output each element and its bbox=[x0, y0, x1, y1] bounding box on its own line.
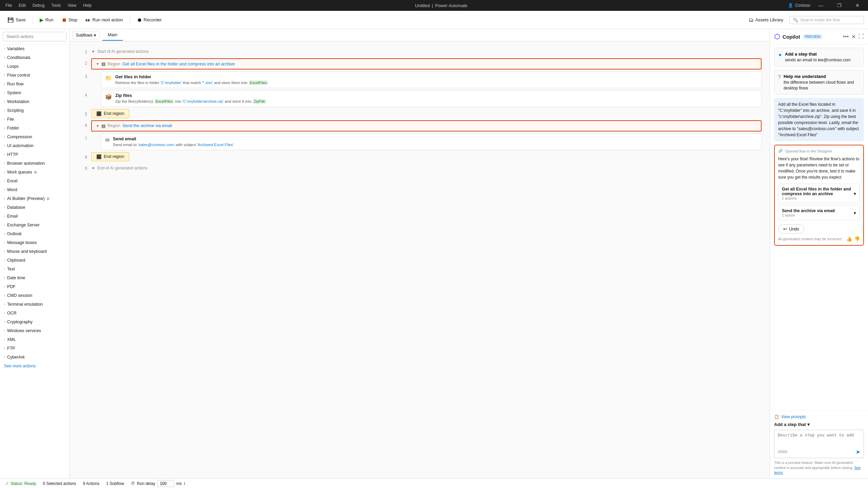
menu-debug[interactable]: Debug bbox=[30, 2, 47, 8]
sidebar-item-text[interactable]: › Text bbox=[0, 265, 69, 273]
thumbs-down-button[interactable]: 👎 bbox=[854, 236, 860, 242]
send-button[interactable]: ➤ bbox=[856, 449, 860, 455]
account-info[interactable]: 👤 Contoso bbox=[788, 3, 810, 8]
sidebar-item-variables[interactable]: › Variables bbox=[0, 44, 69, 53]
sidebar-item-run-flow[interactable]: › Run flow bbox=[0, 80, 69, 88]
sidebar-item-xml[interactable]: › XML bbox=[0, 335, 69, 344]
sidebar-item-flow-control[interactable]: › Flow control bbox=[0, 71, 69, 80]
menu-edit[interactable]: Edit bbox=[16, 2, 28, 8]
sidebar-item-browser-automation[interactable]: › Browser automation bbox=[0, 159, 69, 168]
action-zip-files[interactable]: 📦 Zip files Zip the file(s)/folder(s) Ex… bbox=[101, 90, 762, 107]
copilot-region-item-1[interactable]: Get all Excel files in the folder and co… bbox=[778, 184, 860, 203]
sidebar-item-ftp[interactable]: › FTP bbox=[0, 344, 69, 353]
copilot-region-item-2[interactable]: Send the archive via email 1 action ▾ bbox=[778, 205, 860, 220]
sidebar-item-file[interactable]: › File bbox=[0, 115, 69, 124]
sidebar-item-database[interactable]: › Database bbox=[0, 203, 69, 212]
undo-button[interactable]: ↩ Undo bbox=[778, 224, 804, 233]
expand-icon[interactable]: ⛶ bbox=[859, 34, 864, 40]
run-delay-input[interactable] bbox=[157, 480, 174, 487]
suggestion-add-step[interactable]: ✦ Add a step that sends an email to lee@… bbox=[774, 48, 864, 67]
close-copilot-icon[interactable]: ✕ bbox=[851, 34, 856, 40]
sidebar-item-cryptography[interactable]: › Cryptography bbox=[0, 318, 69, 326]
collapse-icon-2[interactable]: ▼ bbox=[96, 124, 99, 128]
account-name: Contoso bbox=[795, 3, 810, 8]
status-text: Status: Ready bbox=[11, 481, 36, 486]
view-prompts-button[interactable]: 📋 View prompts bbox=[774, 414, 864, 419]
sidebar-item-windows-services[interactable]: › Windows services bbox=[0, 326, 69, 335]
close-button[interactable]: ✕ bbox=[850, 0, 865, 11]
disclaimer-text: This is a preview feature. Make sure AI-… bbox=[774, 460, 864, 475]
sidebar-item-http[interactable]: › HTTP bbox=[0, 150, 69, 159]
menu-view[interactable]: View bbox=[65, 2, 79, 8]
sidebar-item-cmd[interactable]: › CMD session bbox=[0, 291, 69, 300]
suggestion-help-understand[interactable]: ? Help me understand the difference betw… bbox=[774, 70, 864, 95]
sidebar-item-scripting[interactable]: › Scripting bbox=[0, 106, 69, 115]
sidebar-item-pdf[interactable]: › PDF bbox=[0, 282, 69, 291]
sidebar-item-mouse-keyboard[interactable]: › Mouse and keyboard bbox=[0, 247, 69, 256]
arrow-icon: › bbox=[4, 206, 5, 209]
sidebar-item-exchange[interactable]: › Exchange Server bbox=[0, 221, 69, 229]
sidebar-label: Email bbox=[7, 214, 18, 219]
assets-library-button[interactable]: 🗂 Assets Library bbox=[745, 15, 787, 24]
sidebar-item-conditionals[interactable]: › Conditionals bbox=[0, 53, 69, 62]
sidebar-item-excel[interactable]: › Excel bbox=[0, 177, 69, 185]
subflows-button[interactable]: Subflows ▾ bbox=[72, 31, 100, 39]
arrow-icon: › bbox=[4, 338, 5, 341]
search-inside-flow[interactable]: 🔍 Search inside the flow bbox=[789, 16, 864, 24]
sidebar-item-compression[interactable]: › Compression bbox=[0, 133, 69, 141]
main-tab[interactable]: Main bbox=[102, 29, 123, 41]
sidebar-item-datetime[interactable]: › Date time bbox=[0, 273, 69, 282]
save-button[interactable]: 💾 Save bbox=[4, 15, 29, 25]
action-send-email[interactable]: ✉ Send email Send email to 'sales@contos… bbox=[101, 134, 762, 150]
end-region-button-1[interactable]: ⬛ End region bbox=[91, 109, 129, 118]
sidebar-label: XML bbox=[7, 337, 16, 342]
run-next-action-button[interactable]: ⏭ Run next action bbox=[82, 15, 126, 24]
menu-help[interactable]: Help bbox=[80, 2, 94, 8]
sidebar-item-email[interactable]: › Email bbox=[0, 212, 69, 221]
recorder-button[interactable]: ⏺ Recorder bbox=[134, 15, 165, 24]
see-more-actions[interactable]: See more actions bbox=[0, 362, 69, 370]
copilot-input[interactable] bbox=[778, 433, 860, 446]
arrow-icon: › bbox=[4, 294, 5, 297]
arrow-icon: › bbox=[4, 347, 5, 350]
minimize-button[interactable]: — bbox=[813, 0, 829, 11]
region-1-header[interactable]: ▼ ▤ Region Get all Excel files in the fo… bbox=[91, 58, 762, 69]
arrow-icon: › bbox=[4, 232, 5, 236]
menu-tools[interactable]: Tools bbox=[48, 2, 63, 8]
run-button[interactable]: ▶ Run bbox=[36, 15, 57, 25]
maximize-button[interactable]: ❐ bbox=[831, 0, 847, 11]
sidebar-item-work-queues[interactable]: › Work queues ⚙ bbox=[0, 168, 69, 177]
sidebar-item-word[interactable]: › Word bbox=[0, 185, 69, 194]
sidebar-item-outlook[interactable]: › Outlook bbox=[0, 229, 69, 238]
sidebar-item-clipboard[interactable]: › Clipboard bbox=[0, 256, 69, 265]
arrow-icon: › bbox=[4, 259, 5, 262]
sidebar-item-ocr[interactable]: › OCR bbox=[0, 309, 69, 318]
flow-row-4: 4 📦 Zip files Zip the file(s)/folder(s) … bbox=[78, 90, 762, 107]
collapse-icon[interactable]: ▼ bbox=[96, 62, 99, 66]
sidebar-item-terminal[interactable]: › Terminal emulation bbox=[0, 300, 69, 309]
sidebar-item-folder[interactable]: › Folder bbox=[0, 124, 69, 133]
action-get-files[interactable]: 📁 Get files in folder Retrieve the files… bbox=[101, 72, 762, 88]
sidebar-label: Windows services bbox=[7, 328, 41, 333]
add-step-header[interactable]: Add a step that ▾ bbox=[774, 422, 864, 427]
sidebar-item-ui-automation[interactable]: › UI automation bbox=[0, 141, 69, 150]
sidebar-item-workstation[interactable]: › Workstation bbox=[0, 97, 69, 106]
search-actions-input[interactable] bbox=[3, 32, 66, 41]
region-2-header[interactable]: ▼ ▤ Region Send the archive via email bbox=[91, 120, 762, 131]
menu-file[interactable]: File bbox=[3, 2, 15, 8]
sidebar-label: Text bbox=[7, 267, 15, 271]
arrow-icon: › bbox=[4, 144, 5, 147]
more-options-icon[interactable]: ••• bbox=[843, 34, 849, 40]
stop-button[interactable]: ⏹ Stop bbox=[58, 15, 81, 24]
sidebar-item-ai-builder[interactable]: › AI Builder (Preview) ⚙ bbox=[0, 194, 69, 203]
sidebar-item-cyberark[interactable]: › CyberArk bbox=[0, 353, 69, 362]
sidebar-item-message-boxes[interactable]: › Message boxes bbox=[0, 238, 69, 247]
action-title-send-email: Send email bbox=[113, 136, 757, 141]
sidebar-item-loops[interactable]: › Loops bbox=[0, 62, 69, 71]
run-icon: ▶ bbox=[40, 17, 44, 23]
end-region-button-2[interactable]: ⬛ End region bbox=[91, 152, 129, 161]
copilot-header: ⬡ Copilot PREVIEW ••• ✕ ⛶ bbox=[770, 29, 868, 44]
sidebar-item-system[interactable]: › System bbox=[0, 88, 69, 97]
info-icon[interactable]: ℹ bbox=[184, 481, 185, 486]
thumbs-up-button[interactable]: 👍 bbox=[846, 236, 852, 242]
